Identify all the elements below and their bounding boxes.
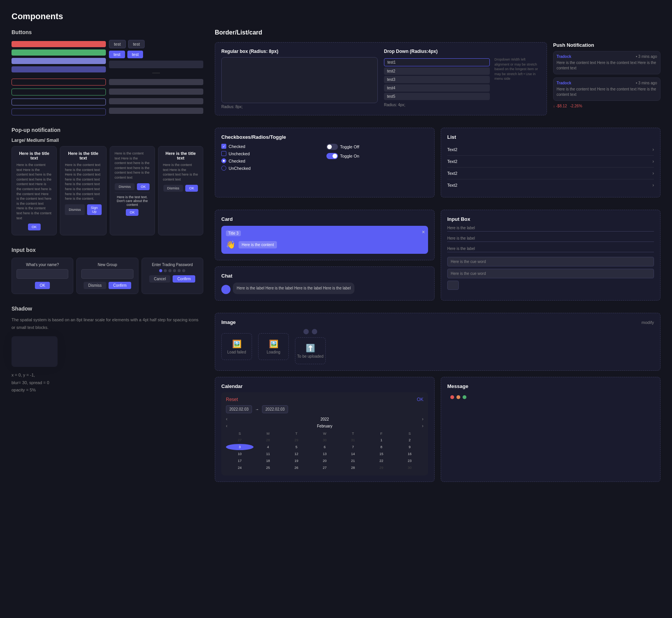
cal-day[interactable]: 10 xyxy=(226,451,254,457)
cal-day[interactable]: 14 xyxy=(339,451,367,457)
cal-day[interactable]: 5 xyxy=(283,444,310,450)
cal-day[interactable]: 19 xyxy=(283,458,310,464)
checkbox-unchecked[interactable] xyxy=(221,151,226,156)
cal-day[interactable]: 21 xyxy=(339,458,367,464)
cal-day[interactable]: 24 xyxy=(226,465,254,471)
group-dismiss-btn[interactable]: Dismiss xyxy=(84,282,106,289)
checkbox-section: Checkboxes/Radios/Toggle ✓ Checked Unche… xyxy=(215,128,435,197)
cal-day[interactable]: 28 xyxy=(254,437,282,443)
cal-day-today[interactable]: 3 xyxy=(226,444,254,450)
cal-day[interactable]: 29 xyxy=(283,437,310,443)
popup-signup-btn[interactable]: Sign Up xyxy=(87,204,102,215)
popup-card3-dismiss[interactable]: Dismiss xyxy=(115,183,135,190)
btn-small-2[interactable]: test xyxy=(128,40,145,48)
toggle-off[interactable] xyxy=(326,144,338,150)
cal-prev-year[interactable]: ‹ xyxy=(226,416,227,422)
dropdown-item-3[interactable]: test3 xyxy=(384,76,490,83)
btn-green-filled[interactable] xyxy=(12,49,106,56)
pin-confirm-btn[interactable]: Confirm xyxy=(173,275,195,283)
btn-small-1[interactable]: test xyxy=(109,40,126,48)
name-input[interactable] xyxy=(16,269,68,279)
cal-day[interactable]: 18 xyxy=(254,458,282,464)
btn-blue-light-filled[interactable] xyxy=(12,58,106,64)
popup-card3-ok[interactable]: OK xyxy=(137,183,150,190)
list-item-4[interactable]: Text2 › xyxy=(447,179,654,191)
checkbox-checked[interactable]: ✓ xyxy=(221,144,226,149)
cal-day[interactable]: 16 xyxy=(396,451,423,457)
radio-checked[interactable] xyxy=(221,158,226,163)
cal-day[interactable]: 28 xyxy=(339,465,367,471)
cal-day[interactable]: 2 xyxy=(396,437,423,443)
cal-day[interactable]: 15 xyxy=(367,451,395,457)
cal-day[interactable]: 7 xyxy=(339,444,367,450)
cal-day[interactable]: 12 xyxy=(283,451,310,457)
name-ok-btn[interactable]: OK xyxy=(35,282,49,289)
cal-day[interactable]: 29 xyxy=(367,465,395,471)
cal-day[interactable]: 22 xyxy=(367,458,395,464)
cal-day[interactable]: 13 xyxy=(311,451,339,457)
cal-day[interactable]: 30 xyxy=(311,437,339,443)
cal-day[interactable]: 8 xyxy=(367,444,395,450)
btn-small-3[interactable]: test xyxy=(109,51,125,58)
btn-green-outline[interactable] xyxy=(12,89,106,95)
cal-day[interactable]: 9 xyxy=(396,444,423,450)
cal-day[interactable]: 26 xyxy=(283,465,310,471)
list-item-1[interactable]: Text2 › xyxy=(447,144,654,156)
popup-card4-dismiss[interactable]: Dismiss xyxy=(163,185,183,192)
popup-card3-ok2[interactable]: OK xyxy=(126,209,138,216)
cal-day[interactable]: 31 xyxy=(339,437,367,443)
input-cue-2[interactable]: Here is the cue word xyxy=(447,269,654,278)
popup-ok-btn[interactable]: OK xyxy=(28,224,41,230)
dropdown-item-2[interactable]: test2 xyxy=(384,67,490,75)
cal-day[interactable]: 27 xyxy=(226,437,254,443)
dropdown-item-5[interactable]: test5 xyxy=(384,93,490,100)
list-item-2[interactable]: Text2 › xyxy=(447,156,654,168)
group-input[interactable] xyxy=(81,269,133,279)
toggle-off-label: Toggle Off xyxy=(340,145,359,149)
img-upload[interactable]: ⬆️ To be uploaded xyxy=(295,337,326,364)
cal-day[interactable]: 20 xyxy=(311,458,339,464)
cal-day[interactable]: 1 xyxy=(367,437,395,443)
cal-day[interactable]: 4 xyxy=(254,444,282,450)
pin-cancel-btn[interactable]: Cancel xyxy=(149,275,170,283)
input-label-1: Here is the label xyxy=(447,226,654,230)
group-confirm-btn[interactable]: Confirm xyxy=(109,282,131,289)
cal-next-year[interactable]: › xyxy=(422,416,423,422)
cal-day[interactable]: 30 xyxy=(396,465,423,471)
input-cue-1[interactable]: Here is the cue word xyxy=(447,257,654,266)
cal-day[interactable]: 25 xyxy=(254,465,282,471)
popup-card4-ok[interactable]: OK xyxy=(185,185,198,192)
toggle-on[interactable] xyxy=(326,153,338,159)
notif-app-1: Tradock xyxy=(557,54,571,59)
notif-app-2: Tradock xyxy=(557,81,571,85)
btn-bluedark-outline[interactable] xyxy=(12,108,106,115)
btn-blue-outline[interactable] xyxy=(12,99,106,105)
btn-blue-dark-filled[interactable] xyxy=(12,66,106,72)
card-action-btn[interactable]: Here is the content xyxy=(239,241,277,248)
image-modify: modify xyxy=(642,320,654,325)
btn-red-filled[interactable] xyxy=(12,41,106,47)
input-small-box[interactable] xyxy=(447,281,459,290)
popup-dismiss-btn[interactable]: Dismiss xyxy=(65,204,85,215)
cal-next-month[interactable]: › xyxy=(422,423,423,429)
dropdown-item-4[interactable]: test4 xyxy=(384,84,490,92)
cal-day[interactable]: 23 xyxy=(396,458,423,464)
cal-ok-btn[interactable]: OK xyxy=(417,397,423,402)
radio-unchecked[interactable] xyxy=(221,166,226,171)
chat-message-row: Here is the label Here is the label Here… xyxy=(221,283,428,294)
list-item-3[interactable]: Text2 › xyxy=(447,168,654,179)
cal-day[interactable]: 17 xyxy=(226,458,254,464)
dropdown-item-1[interactable]: test1 xyxy=(384,58,490,66)
btn-small-4[interactable]: test xyxy=(127,51,143,58)
cal-reset-btn[interactable]: Reset xyxy=(226,397,238,402)
cal-date-from[interactable]: 2022.02.03 xyxy=(226,405,252,413)
popup-card-2: Here is the title text Here is the conte… xyxy=(60,146,107,235)
btn-red-outline[interactable] xyxy=(12,79,106,85)
card-close-btn[interactable]: × xyxy=(422,229,425,235)
notif-text-2: Here is the content text Here is the con… xyxy=(557,87,657,97)
cal-day[interactable]: 6 xyxy=(311,444,339,450)
cal-day[interactable]: 27 xyxy=(311,465,339,471)
cal-day[interactable]: 11 xyxy=(254,451,282,457)
cal-prev-month[interactable]: ‹ xyxy=(226,423,227,429)
cal-date-to[interactable]: 2022.02.03 xyxy=(262,405,288,413)
